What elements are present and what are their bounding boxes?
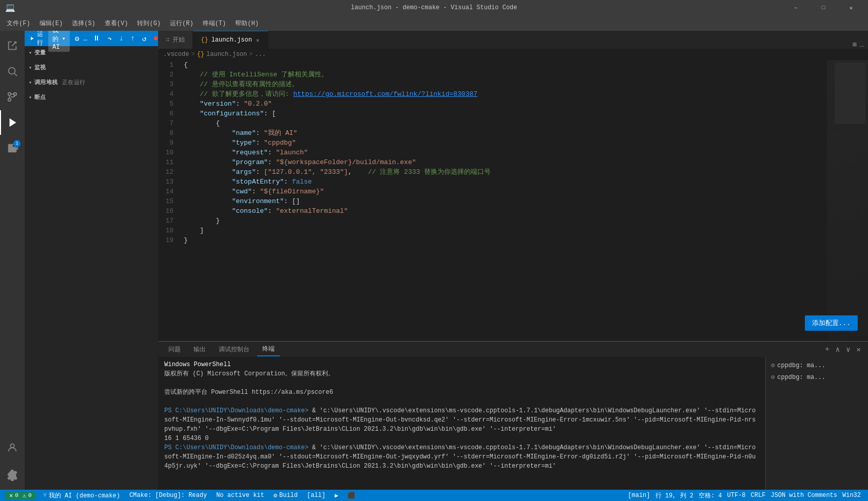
line-number-18: 18 xyxy=(161,226,173,235)
debug-step-into[interactable]: ↓ xyxy=(117,33,126,45)
code-link[interactable]: https://go.microsoft.com/fwlink/?linkid=… xyxy=(293,89,477,99)
status-all[interactable]: [all] xyxy=(305,492,327,499)
debug-more-icon[interactable]: … xyxy=(83,34,87,43)
line-number-19: 19 xyxy=(161,235,173,245)
activity-source-control[interactable] xyxy=(0,85,25,109)
terminal-down-icon[interactable]: ∨ xyxy=(844,344,852,355)
restore-button[interactable]: □ xyxy=(812,0,835,15)
menu-select[interactable]: 选择(S) xyxy=(68,17,100,30)
debug-step-out[interactable]: ↑ xyxy=(128,33,137,45)
split-editor-icon[interactable]: ⊞ xyxy=(853,41,857,49)
activity-run-debug[interactable] xyxy=(0,110,25,135)
callstack-label: 调用堆栈 xyxy=(34,78,58,86)
terminal-up-icon[interactable]: ∧ xyxy=(834,344,842,355)
status-my-ai[interactable]: ⑂ 我的 AI (demo-cmake) xyxy=(41,491,122,500)
status-eol[interactable]: CRLF xyxy=(749,492,768,499)
menu-goto[interactable]: 转到(G) xyxy=(133,17,165,30)
code-line-9: "type": "cppdbg" xyxy=(184,138,827,148)
debug-pause[interactable]: ⏸ xyxy=(90,33,103,45)
menu-view[interactable]: 查看(V) xyxy=(101,17,132,30)
tab-launch-json[interactable]: {} launch.json ✕ xyxy=(193,31,268,49)
sidebar-breakpoints-header[interactable]: ▾ 断点 xyxy=(25,91,158,104)
code-line-18: ] xyxy=(184,226,827,235)
terminal-item-label-1: cppdbg: ma... xyxy=(777,362,825,369)
debug-gear-icon[interactable]: ⚙ xyxy=(75,34,79,43)
sidebar-breakpoints-section: ▾ 断点 xyxy=(25,91,158,104)
window-controls: – □ ✕ xyxy=(784,0,863,15)
status-language[interactable]: JSON with Comments xyxy=(768,492,839,499)
sidebar-variables-header[interactable]: ▾ 变量 xyxy=(25,46,158,59)
debug-stop[interactable]: ■ xyxy=(151,33,158,45)
activity-search[interactable] xyxy=(0,59,25,84)
code-content[interactable]: { // 使用 IntelliSense 了解相关属性。 // 悬停以查看现有属… xyxy=(179,60,827,341)
status-debug-mode[interactable]: ✕ 0 ⚠ 0 xyxy=(5,492,36,499)
code-line-3: // 悬停以查看现有属性的描述。 xyxy=(184,79,827,89)
status-build[interactable]: ⚙ Build xyxy=(272,492,300,499)
status-branch-main[interactable]: [main] xyxy=(626,492,652,499)
debug-restart[interactable]: ↺ xyxy=(140,33,149,45)
status-platform[interactable]: Win32 xyxy=(840,492,863,499)
debug-step-over[interactable]: ↷ xyxy=(105,33,114,45)
content-area: ∷ 开始 {} launch.json ✕ ⊞ … .vscode > {} l… xyxy=(158,31,868,490)
tab-bar: ∷ 开始 {} launch.json ✕ ⊞ … xyxy=(158,31,868,49)
svg-marker-5 xyxy=(10,118,16,127)
menu-help[interactable]: 帮助(H) xyxy=(231,17,263,30)
status-no-kit[interactable]: No active kit xyxy=(214,492,266,499)
terminal-close-icon[interactable]: ✕ xyxy=(855,344,863,355)
status-stop[interactable]: ⬛ xyxy=(345,492,357,499)
activity-explorer[interactable] xyxy=(0,33,25,58)
terminal-item-2[interactable]: ⚙ cppdbg: ma... xyxy=(766,371,868,383)
main-layout: 1 运行 我的 AI ▾ ⚙ … ⏸ ↷ ↓ ↑ xyxy=(0,31,868,490)
app-icon: 💻 xyxy=(5,3,15,13)
breakpoints-chevron: ▾ xyxy=(29,94,32,101)
breadcrumb-file[interactable]: launch.json xyxy=(206,51,247,58)
language-label: JSON with Comments xyxy=(770,492,837,499)
status-encoding[interactable]: UTF-8 xyxy=(725,492,748,499)
status-line-col[interactable]: 行 19, 列 2 xyxy=(653,491,696,500)
breadcrumb-more[interactable]: ... xyxy=(255,51,266,58)
sidebar: 运行 我的 AI ▾ ⚙ … ⏸ ↷ ↓ ↑ ↺ ■ ▾ 变量 xyxy=(25,31,158,490)
editor-actions: ⊞ … xyxy=(848,41,868,49)
sidebar-watch-header[interactable]: ▾ 监视 xyxy=(25,61,158,74)
menu-run[interactable]: 运行(R) xyxy=(166,17,198,30)
bottom-tab-terminal[interactable]: 终端 xyxy=(257,343,280,356)
code-line-14: "cwd": "${fileDirname}" xyxy=(184,187,827,196)
code-line-8: "name": "我的 AI" xyxy=(184,128,827,138)
tab-icon-launch-json: {} xyxy=(201,36,208,44)
activity-extensions[interactable]: 1 xyxy=(0,136,25,161)
svg-line-1 xyxy=(14,73,17,76)
terminal-gear-icon-2: ⚙ xyxy=(771,373,775,381)
terminal-line-1: Windows PowerShell xyxy=(164,360,759,369)
line-number-1: 1 xyxy=(161,60,173,70)
line-number-10: 10 xyxy=(161,148,173,157)
breadcrumb-vscode[interactable]: .vscode xyxy=(163,51,189,58)
build-icon: ⚙ xyxy=(274,492,277,499)
tab-open-editors[interactable]: ∷ 开始 xyxy=(158,31,193,49)
menu-terminal[interactable]: 终端(T) xyxy=(199,17,230,30)
bottom-tab-output[interactable]: 输出 xyxy=(188,343,211,356)
more-actions-icon[interactable]: … xyxy=(860,41,864,49)
status-spaces[interactable]: 空格: 4 xyxy=(697,491,724,500)
tab-close-launch-json[interactable]: ✕ xyxy=(255,36,261,44)
activity-accounts[interactable] xyxy=(0,435,25,460)
terminal-item-1[interactable]: ⚙ cppdbg: ma... xyxy=(766,359,868,371)
minimize-button[interactable]: – xyxy=(784,0,807,15)
new-terminal-icon[interactable]: + xyxy=(823,344,831,355)
bottom-tab-problems[interactable]: 问题 xyxy=(163,343,186,356)
line-number-8: 8 xyxy=(161,128,173,138)
activity-settings[interactable] xyxy=(0,463,25,488)
bottom-tab-debug-console[interactable]: 调试控制台 xyxy=(214,343,255,356)
debug-warning-icon: ⚠ xyxy=(23,492,26,499)
terminal-gear-icon-1: ⚙ xyxy=(771,362,775,369)
sidebar-callstack-header[interactable]: ▾ 调用堆栈 正在运行 xyxy=(25,76,158,89)
menu-edit[interactable]: 编辑(E) xyxy=(35,17,67,30)
variables-label: 变量 xyxy=(34,49,46,56)
status-cmake[interactable]: CMake: [Debug]: Ready xyxy=(127,492,209,499)
add-config-button[interactable]: 添加配置... xyxy=(805,315,858,331)
line-number-7: 7 xyxy=(161,118,173,128)
code-line-13: "stopAtEntry": false xyxy=(184,177,827,187)
status-run[interactable]: ▶ xyxy=(333,492,340,499)
terminal-content[interactable]: Windows PowerShell 版权所有 (C) Microsoft Co… xyxy=(158,357,765,490)
menu-file[interactable]: 文件(F) xyxy=(3,17,34,30)
close-button[interactable]: ✕ xyxy=(839,0,863,15)
